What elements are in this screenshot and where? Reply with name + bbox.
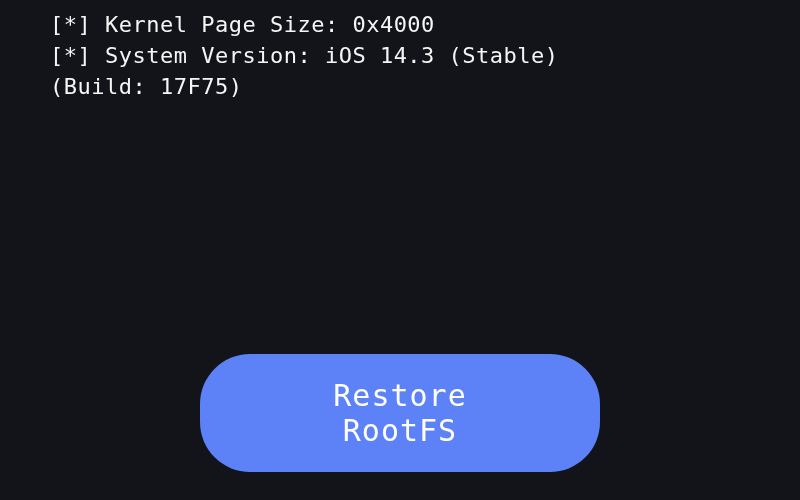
log-line: (Build: 17F75) bbox=[50, 72, 750, 103]
log-line: [*] Kernel Page Size: 0x4000 bbox=[50, 10, 750, 41]
log-line: [*] System Version: iOS 14.3 (Stable) bbox=[50, 41, 750, 72]
log-output: [*] Kernel Page Size: 0x4000 [*] System … bbox=[0, 0, 800, 112]
restore-rootfs-button[interactable]: Restore RootFS bbox=[200, 354, 600, 472]
